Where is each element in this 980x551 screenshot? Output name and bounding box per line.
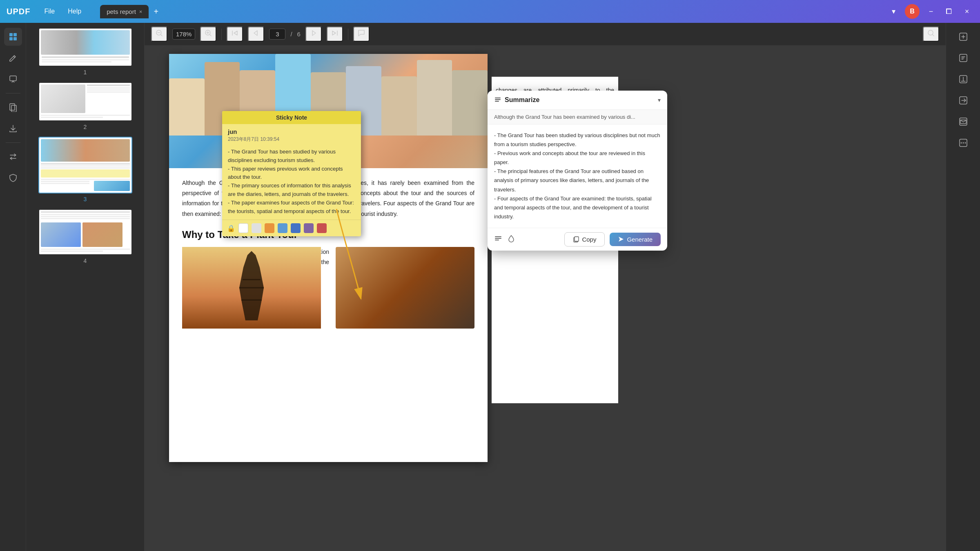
close-btn[interactable]: × [960, 5, 973, 18]
right-icon-export[interactable] [954, 70, 972, 88]
svg-rect-0 [9, 33, 13, 36]
search-btn[interactable] [923, 27, 939, 42]
svg-rect-12 [495, 98, 501, 98]
sticky-note: Sticky Note jun 2023年8月7日 10:39:54 - The… [222, 111, 361, 236]
page-input[interactable] [269, 29, 285, 40]
generate-button[interactable]: Generate [610, 233, 661, 246]
sticky-note-title: Sticky Note [276, 114, 307, 121]
svg-rect-14 [495, 101, 499, 102]
sum-body: - The Grand Tour has been studied by var… [488, 124, 667, 228]
sidebar-icon-annotate[interactable] [4, 70, 22, 88]
tab-title: pets report [107, 8, 136, 15]
sidebar-icon-thumbnail[interactable] [4, 28, 22, 46]
svg-rect-17 [495, 240, 499, 240]
thumbnail-item-4[interactable]: 4 [31, 209, 139, 264]
right-icon-email[interactable] [954, 113, 972, 131]
next-page-btn[interactable] [305, 27, 322, 42]
sum-dropdown-btn[interactable]: ▾ [658, 97, 661, 103]
svg-rect-13 [495, 99, 501, 100]
sum-footer-btns: Copy Generate [564, 232, 661, 247]
svg-rect-1 [13, 33, 17, 36]
thumbnail-item-2[interactable]: 2 [31, 82, 139, 130]
dropdown-btn[interactable]: ▾ [887, 5, 900, 18]
right-icon-more[interactable] [954, 134, 972, 152]
sidebar-icon-protect[interactable] [4, 169, 22, 187]
sidebar-icon-edit[interactable] [4, 49, 22, 67]
water-icon[interactable] [507, 234, 515, 244]
sidebar-icon-convert[interactable] [4, 148, 22, 166]
lock-icon[interactable]: 🔒 [227, 224, 235, 232]
sidebar-icon-extract[interactable] [4, 120, 22, 138]
first-page-btn[interactable] [227, 27, 243, 42]
svg-rect-4 [10, 76, 16, 81]
svg-marker-20 [619, 237, 624, 242]
help-menu-item[interactable]: Help [62, 5, 87, 18]
sticky-note-meta: jun 2023年8月7日 10:39:54 [222, 124, 361, 145]
color-red[interactable] [317, 223, 327, 233]
color-purple[interactable] [304, 223, 314, 233]
color-gray[interactable] [252, 223, 261, 233]
maximize-btn[interactable]: ⧠ [942, 5, 956, 18]
summarize-popup: Summarize ▾ Although the Grand Tour has … [488, 91, 667, 251]
thumbnail-panel: 1 2 [26, 23, 145, 551]
generate-icon [618, 236, 624, 242]
color-white[interactable] [238, 223, 248, 233]
color-blue[interactable] [291, 223, 301, 233]
color-orange[interactable] [265, 223, 274, 233]
right-icon-share[interactable] [954, 91, 972, 109]
thumb-label-3: 3 [84, 196, 87, 202]
zoom-out-btn[interactable] [151, 27, 167, 42]
app-body: 1 2 [0, 23, 980, 551]
svg-rect-2 [9, 37, 13, 40]
sidebar-divider-2 [6, 142, 20, 143]
svg-rect-6 [11, 105, 16, 112]
svg-point-29 [960, 142, 962, 144]
thumb-label-2: 2 [84, 124, 87, 130]
sidebar-icon-pages[interactable] [4, 98, 22, 116]
last-page-btn[interactable] [327, 27, 343, 42]
file-menu-item[interactable]: File [38, 5, 60, 18]
svg-point-28 [962, 142, 964, 144]
sticky-note-date: 2023年8月7日 10:39:54 [228, 136, 355, 143]
zoom-in-btn[interactable] [200, 27, 216, 42]
summarize-icon [494, 96, 501, 104]
comment-btn[interactable] [353, 27, 370, 42]
avatar-btn[interactable]: B [905, 4, 920, 19]
zoom-display[interactable]: 178% [172, 29, 195, 40]
thumbnail-item-1[interactable]: 1 [31, 28, 139, 76]
svg-rect-15 [495, 236, 501, 237]
active-tab[interactable]: pets report × [100, 5, 149, 18]
copy-label: Copy [582, 236, 596, 243]
sticky-note-header: Sticky Note [222, 111, 361, 124]
right-sidebar [946, 23, 980, 551]
right-icon-convert[interactable] [954, 49, 972, 67]
generate-label: Generate [627, 236, 653, 243]
title-bar: UPDF File Help pets report × + ▾ B − ⧠ × [0, 0, 980, 23]
toolbar-div-1 [221, 29, 222, 40]
copy-button[interactable]: Copy [564, 232, 605, 247]
sum-query-text: Although the Grand Tour has been examine… [488, 110, 667, 124]
minimize-btn[interactable]: − [924, 5, 938, 18]
sidebar-divider-1 [6, 93, 20, 93]
sidebar-icons [0, 23, 26, 551]
sticky-note-author: jun [228, 128, 355, 135]
tab-bar: pets report × + [100, 5, 882, 18]
svg-rect-5 [10, 104, 15, 110]
tab-close-btn[interactable]: × [139, 9, 143, 15]
page-sep: / [290, 31, 292, 38]
prev-page-btn[interactable] [248, 27, 264, 42]
sticky-note-content[interactable]: - The Grand Tour has been studied by var… [222, 145, 361, 220]
thumb-label-4: 4 [84, 258, 87, 264]
right-icon-ai[interactable] [954, 28, 972, 46]
list-icon[interactable] [494, 234, 502, 244]
pdf-viewport[interactable]: Although the Grand Tour has been examine… [145, 46, 946, 551]
color-blue-light[interactable] [278, 223, 287, 233]
tab-add-btn[interactable]: + [150, 5, 162, 18]
svg-rect-16 [495, 238, 501, 239]
thumbnail-item-3[interactable]: 3 [31, 137, 139, 202]
sticky-note-colors: 🔒 [222, 220, 361, 236]
sum-footer: Copy Generate [488, 228, 667, 251]
copy-icon [573, 236, 579, 242]
sum-title-text: Summarize [505, 96, 539, 104]
svg-rect-25 [960, 118, 967, 125]
